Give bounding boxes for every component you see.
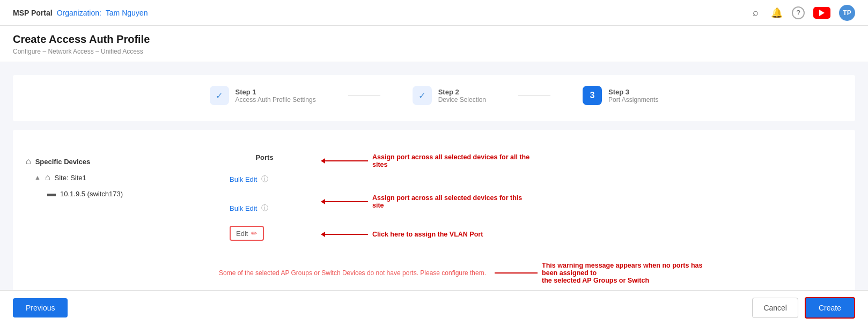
site-row: ▲ ⌂ Site: Site1 xyxy=(26,169,208,186)
warning-anno-line1: This warning message appears when no por… xyxy=(542,262,703,277)
bottom-left: Previous xyxy=(13,298,68,317)
arrow-1 xyxy=(321,158,368,164)
step-2: ✓ Step 2 Device Selection xyxy=(413,86,486,105)
search-icon[interactable]: ⌕ xyxy=(749,6,762,19)
ports-title: Ports xyxy=(230,153,299,161)
step-divider-2 xyxy=(518,95,550,96)
switch-label: 10.1.9.5 (switch173) xyxy=(60,190,123,198)
house-icon: ⌂ xyxy=(26,157,31,166)
warning-arrow xyxy=(495,272,538,274)
step-3-label: Step 3 xyxy=(608,88,658,96)
step-1-label: Step 1 xyxy=(236,88,316,96)
bulk-edit-site-info-icon[interactable]: ⓘ xyxy=(261,203,268,213)
step-3-info: Step 3 Port Assignments xyxy=(608,88,658,104)
arrow-tip-2 xyxy=(321,199,325,204)
annotation-row-1: Assign port across all selected devices … xyxy=(321,153,842,168)
edit-button[interactable]: Edit ✏ xyxy=(230,226,264,241)
bell-icon[interactable]: 🔔 xyxy=(770,6,783,19)
annotation-row-3: Click here to assign the VLAN Port xyxy=(321,231,842,238)
page-header: Create Access Auth Profile Configure – N… xyxy=(0,26,868,62)
step-3-sublabel: Port Assignments xyxy=(608,96,658,104)
port-assignments-layout: ⌂ Specific Devices ▲ ⌂ Site: Site1 ▬ 10.… xyxy=(26,153,842,246)
step-divider-1 xyxy=(348,95,380,96)
youtube-icon[interactable] xyxy=(813,7,830,19)
edit-pencil-icon: ✏ xyxy=(251,229,258,238)
arrow-shaft-2 xyxy=(325,201,368,202)
brand-label: MSP Portal xyxy=(13,9,53,17)
org-label: Organization: Tam Nguyen xyxy=(57,9,148,17)
anno-spacer2 xyxy=(321,218,842,231)
bulk-edit-all-sites-link[interactable]: Bulk Edit xyxy=(230,175,257,183)
switch-row: ▬ 10.1.9.5 (switch173) xyxy=(26,186,208,202)
step-1-info: Step 1 Access Auth Profile Settings xyxy=(236,88,316,104)
specific-devices-label: Specific Devices xyxy=(35,158,91,166)
bulk-edit-site-row: Bulk Edit ⓘ xyxy=(230,199,299,217)
annotation-text-3: Click here to assign the VLAN Port xyxy=(372,231,483,238)
annotations-column: Assign port across all selected devices … xyxy=(321,153,842,246)
step-2-icon: ✓ xyxy=(413,86,432,105)
bulk-edit-all-sites-info-icon[interactable]: ⓘ xyxy=(261,174,268,184)
annotation-text-2: Assign port across all selected devices … xyxy=(372,194,533,209)
warning-annotation-text: This warning message appears when no por… xyxy=(542,262,703,284)
step-2-info: Step 2 Device Selection xyxy=(438,88,486,104)
site-house-icon: ⌂ xyxy=(45,173,50,182)
bulk-edit-site-link[interactable]: Bulk Edit xyxy=(230,204,257,212)
arrow-3 xyxy=(321,232,368,237)
warning-anno-line2: the selected AP Groups or Switch xyxy=(542,277,703,284)
warning-section: Some of the selected AP Groups or Switch… xyxy=(219,262,842,284)
content-panel: ⌂ Specific Devices ▲ ⌂ Site: Site1 ▬ 10.… xyxy=(13,130,855,297)
previous-button[interactable]: Previous xyxy=(13,298,68,317)
step-2-sublabel: Device Selection xyxy=(438,96,486,104)
bottom-bar: Previous Cancel Create xyxy=(0,290,868,319)
step-3-icon: 3 xyxy=(583,86,602,105)
step-2-label: Step 2 xyxy=(438,88,486,96)
arrow-2 xyxy=(321,199,368,204)
spacer2 xyxy=(230,217,299,226)
step-1-sublabel: Access Auth Profile Settings xyxy=(236,96,316,104)
nav-right: ⌕ 🔔 ? TP xyxy=(749,5,855,21)
ports-column: Ports Bulk Edit ⓘ Bulk Edit ⓘ Edit xyxy=(230,153,299,241)
warning-annotation-row: Some of the selected AP Groups or Switch… xyxy=(26,262,842,284)
cancel-button[interactable]: Cancel xyxy=(752,298,798,318)
step-1-icon: ✓ xyxy=(210,86,229,105)
anno-spacer1 xyxy=(321,177,842,194)
annotation-row-2: Assign port across all selected devices … xyxy=(321,194,842,209)
nav-left: MSP Portal Organization: Tam Nguyen xyxy=(13,9,148,17)
steps-wizard: ✓ Step 1 Access Auth Profile Settings ✓ … xyxy=(13,75,855,121)
arrow-shaft-1 xyxy=(325,160,368,161)
create-button[interactable]: Create xyxy=(805,297,855,319)
edit-label: Edit xyxy=(236,230,248,238)
breadcrumb: Configure – Network Access – Unified Acc… xyxy=(13,48,855,55)
switch-icon: ▬ xyxy=(47,189,56,198)
step-1: ✓ Step 1 Access Auth Profile Settings xyxy=(210,86,316,105)
arrow-tip-3 xyxy=(321,232,325,237)
annotation-text-1: Assign port across all selected devices … xyxy=(372,153,533,168)
root-device-row: ⌂ Specific Devices xyxy=(26,153,208,169)
arrow-shaft-3 xyxy=(325,234,368,235)
site-label: Site: Site1 xyxy=(55,174,86,182)
bulk-edit-all-sites-row: Bulk Edit ⓘ xyxy=(230,170,299,188)
spacer1 xyxy=(230,188,299,199)
page-title: Create Access Auth Profile xyxy=(13,33,855,46)
bottom-right: Cancel Create xyxy=(752,297,855,319)
warning-arrow-shaft xyxy=(495,272,538,274)
step-3: 3 Step 3 Port Assignments xyxy=(583,86,658,105)
avatar[interactable]: TP xyxy=(839,5,855,21)
device-tree: ⌂ Specific Devices ▲ ⌂ Site: Site1 ▬ 10.… xyxy=(26,153,208,202)
main-content: ✓ Step 1 Access Auth Profile Settings ✓ … xyxy=(0,62,868,319)
warning-message: Some of the selected AP Groups or Switch… xyxy=(219,269,486,277)
top-nav: MSP Portal Organization: Tam Nguyen ⌕ 🔔 … xyxy=(0,0,868,26)
arrow-tip-1 xyxy=(321,158,325,164)
chevron-up-icon: ▲ xyxy=(34,174,41,181)
help-icon[interactable]: ? xyxy=(792,6,805,19)
